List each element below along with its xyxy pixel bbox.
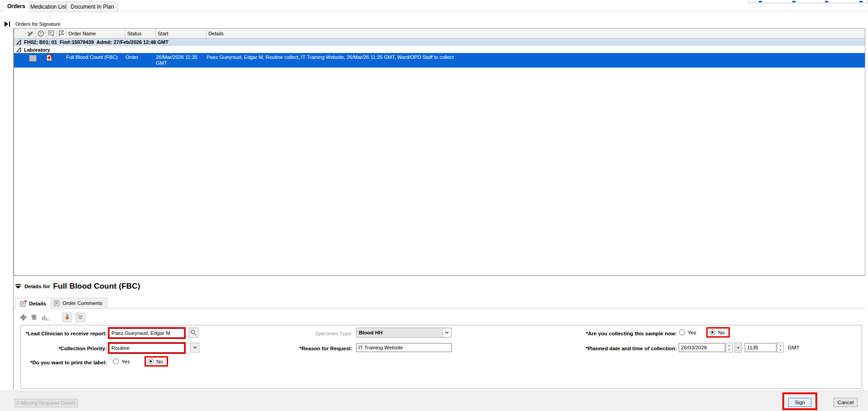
planned-time-input[interactable] (745, 343, 776, 352)
order-name-cell: Full Blood Count (FBC) (66, 54, 118, 60)
scroll-marker-icon[interactable] (5, 21, 10, 27)
planned-time-spinner[interactable]: ▲▼ (777, 343, 784, 353)
collecting-now-yes-label: Yes (688, 330, 696, 335)
print-label-yes-radio[interactable] (113, 358, 119, 364)
order-start-line2: GMT (156, 60, 207, 66)
order-start-line1: 26/Mar/2026 11:35 (156, 54, 207, 60)
collecting-now-no-label: No (718, 330, 725, 335)
collecting-now-label: *Are you collecting this sample now: (551, 331, 677, 336)
collapse-section-icon[interactable] (15, 284, 21, 289)
collapse-triangle-icon[interactable] (16, 39, 21, 45)
laboratory-group-row[interactable]: Laboratory (14, 46, 865, 53)
print-label-yes-label: Yes (121, 359, 130, 364)
order-start-cell: 26/Mar/2026 11:35 GMT (156, 54, 207, 66)
specimen-type-value: Blood HH (359, 330, 382, 335)
orders-signature-screen: Orders Medication List Document In Plan … (0, 0, 868, 411)
tab-details-label: Details (29, 301, 46, 306)
collapse-triangle-icon[interactable] (16, 47, 21, 53)
missing-required-details-button: 0 Missing Required Details (14, 399, 78, 407)
lead-clinician-input[interactable] (109, 329, 184, 338)
print-label-no-highlight: No (145, 356, 168, 367)
laboratory-group-label: Laboratory (24, 47, 50, 53)
specimen-type-combo: Blood HH (356, 328, 452, 338)
collecting-now-yes-radio[interactable] (679, 329, 685, 335)
tab-document-in-plan[interactable]: Document In Plan (66, 1, 118, 12)
details-toolbar (20, 312, 85, 323)
add-plus-icon[interactable] (20, 314, 27, 321)
footer-bar: 0 Missing Required Details Sign Cancel (0, 391, 868, 411)
tab-details[interactable]: Details (15, 298, 51, 309)
tab-orders-label: Orders (7, 3, 25, 10)
order-checkbox[interactable] (29, 55, 37, 62)
sign-button[interactable]: Sign (788, 398, 811, 407)
question-icon[interactable]: ? (36, 29, 46, 38)
tab-orders[interactable]: Orders (3, 1, 29, 12)
flag-icon[interactable] (57, 29, 67, 38)
collection-priority-dropdown-button[interactable] (190, 343, 199, 353)
orders-table: ? Order Name Status Start Details FH02; … (14, 28, 865, 276)
column-status[interactable]: Status (125, 29, 156, 38)
main-tabstrip: Orders Medication List Document In Plan (0, 0, 868, 12)
planned-date-input[interactable] (679, 343, 725, 352)
details-header: Details for Full Blood Count (FBC) (15, 280, 140, 292)
column-details[interactable]: Details (207, 29, 865, 38)
chart-icon[interactable] (42, 314, 49, 321)
collapse-all-details-button[interactable] (76, 313, 85, 322)
column-order-name-label: Order Name (68, 31, 96, 36)
planned-collection-label: *Planned date and time of collection: (551, 346, 677, 351)
orders-for-signature-title: Orders for Signature (15, 21, 61, 27)
specimen-type-dropdown-icon[interactable] (442, 329, 451, 337)
cancel-button[interactable]: Cancel (834, 398, 858, 407)
sign-pen-icon[interactable] (25, 29, 36, 38)
order-status-cell: Order (125, 54, 138, 60)
column-order-name[interactable]: Order Name (67, 29, 125, 38)
details-order-name: Full Blood Count (FBC) (53, 282, 140, 291)
offset-details-button[interactable] (63, 313, 72, 322)
print-label-label: *Do you want to print the label: (21, 360, 107, 365)
tab-document-in-plan-label: Document In Plan (71, 4, 114, 10)
dosage-icon[interactable] (30, 314, 38, 321)
order-comment-icon[interactable] (46, 29, 57, 38)
reason-for-request-label: *Reason for Request: (265, 346, 352, 351)
collecting-now-yes-option[interactable]: Yes (679, 329, 696, 335)
reason-for-request-input[interactable] (356, 343, 452, 352)
svg-text:?: ? (39, 31, 42, 36)
print-label-no-radio[interactable] (148, 358, 154, 364)
header-blank-column (14, 29, 25, 38)
specimen-collect-icon (45, 54, 53, 62)
lead-clinician-required-highlight (108, 327, 186, 339)
orders-table-header: ? Order Name Status Start Details (14, 29, 865, 39)
order-comments-icon (53, 300, 60, 306)
planned-date-spinner[interactable]: ▲▼ (726, 343, 733, 353)
orders-for-signature-header: Orders for Signature (5, 20, 61, 28)
column-details-label: Details (208, 31, 224, 36)
planned-date-calendar-button[interactable]: ▼ (734, 343, 742, 353)
order-row-fbc[interactable]: Full Blood Count (FBC) Order 26/Mar/2026… (14, 53, 865, 68)
collection-priority-label: *Collection Priority: (21, 346, 107, 351)
details-tabstrip: Details Order Comments (14, 297, 865, 309)
details-form-icon (20, 300, 27, 307)
tab-medication-list-label: Medication List (30, 4, 67, 10)
column-status-label: Status (127, 31, 141, 36)
tab-order-comments-label: Order Comments (63, 300, 102, 306)
clipped-toolbar-fragment (748, 0, 868, 3)
column-start[interactable]: Start (156, 29, 207, 38)
print-label-no-label: No (156, 359, 163, 364)
encounter-group-label: FH02; B01; 01 Fin#:15979439 Admit: 27/Fe… (24, 39, 169, 45)
lead-clinician-label: *Lead Clinician to receive report: (21, 331, 107, 336)
tab-order-comments[interactable]: Order Comments (48, 298, 107, 309)
details-for-label: Details for (24, 284, 50, 289)
collecting-now-no-radio[interactable] (709, 329, 715, 335)
order-details-cell: Paez Gueyraud, Edgar M, Routine collect,… (207, 54, 861, 60)
collection-priority-required-highlight (108, 342, 186, 354)
tab-medication-list[interactable]: Medication List (26, 1, 71, 12)
print-label-yes-option[interactable]: Yes (113, 358, 130, 364)
order-details-form: *Lead Clinician to receive report: Speci… (20, 325, 862, 389)
clinician-search-button[interactable] (188, 328, 198, 338)
collection-priority-input[interactable] (109, 343, 184, 353)
specimen-type-label: Specimen Type: (265, 331, 352, 336)
planned-timezone-label: GMT (788, 345, 800, 350)
collecting-now-no-highlight: No (706, 327, 730, 338)
details-separator (14, 276, 865, 276)
encounter-group-row[interactable]: FH02; B01; 01 Fin#:15979439 Admit: 27/Fe… (14, 39, 865, 46)
